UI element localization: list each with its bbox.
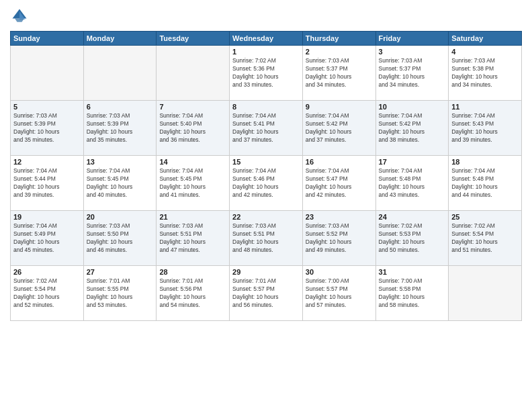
calendar-cell: 1Sunrise: 7:02 AM Sunset: 5:36 PM Daylig…: [230, 46, 303, 101]
calendar-cell: 22Sunrise: 7:03 AM Sunset: 5:51 PM Dayli…: [230, 211, 303, 266]
calendar-cell: 31Sunrise: 7:00 AM Sunset: 5:58 PM Dayli…: [375, 266, 449, 321]
day-number: 11: [451, 103, 519, 111]
weekday-header-saturday: Saturday: [449, 32, 522, 46]
day-info: Sunrise: 7:00 AM Sunset: 5:58 PM Dayligh…: [379, 277, 446, 310]
day-number: 24: [379, 213, 446, 221]
weekday-header-monday: Monday: [83, 32, 157, 46]
day-number: 17: [379, 158, 446, 166]
calendar-cell: 30Sunrise: 7:00 AM Sunset: 5:57 PM Dayli…: [302, 266, 375, 321]
weekday-header-wednesday: Wednesday: [230, 32, 303, 46]
calendar-week-row: 1Sunrise: 7:02 AM Sunset: 5:36 PM Daylig…: [11, 46, 522, 101]
day-info: Sunrise: 7:02 AM Sunset: 5:53 PM Dayligh…: [379, 222, 446, 255]
calendar-cell: 28Sunrise: 7:01 AM Sunset: 5:56 PM Dayli…: [157, 266, 230, 321]
calendar-cell: 29Sunrise: 7:01 AM Sunset: 5:57 PM Dayli…: [230, 266, 303, 321]
day-info: Sunrise: 7:04 AM Sunset: 5:49 PM Dayligh…: [13, 222, 81, 255]
page: SundayMondayTuesdayWednesdayThursdayFrid…: [0, 0, 532, 411]
calendar-table: SundayMondayTuesdayWednesdayThursdayFrid…: [10, 31, 522, 321]
calendar-cell: 9Sunrise: 7:04 AM Sunset: 5:42 PM Daylig…: [302, 101, 375, 156]
day-info: Sunrise: 7:01 AM Sunset: 5:56 PM Dayligh…: [159, 277, 226, 310]
weekday-header-row: SundayMondayTuesdayWednesdayThursdayFrid…: [11, 32, 522, 46]
calendar-cell: 6Sunrise: 7:03 AM Sunset: 5:39 PM Daylig…: [83, 101, 157, 156]
calendar-week-row: 26Sunrise: 7:02 AM Sunset: 5:54 PM Dayli…: [11, 266, 522, 321]
day-number: 4: [451, 48, 519, 56]
calendar-cell: 24Sunrise: 7:02 AM Sunset: 5:53 PM Dayli…: [375, 211, 449, 266]
logo-icon: [10, 7, 29, 26]
calendar-cell: 23Sunrise: 7:03 AM Sunset: 5:52 PM Dayli…: [302, 211, 375, 266]
calendar-cell: 13Sunrise: 7:04 AM Sunset: 5:45 PM Dayli…: [83, 156, 157, 211]
calendar-cell: 3Sunrise: 7:03 AM Sunset: 5:37 PM Daylig…: [375, 46, 449, 101]
day-number: 7: [159, 103, 226, 111]
day-info: Sunrise: 7:03 AM Sunset: 5:39 PM Dayligh…: [13, 112, 81, 144]
day-info: Sunrise: 7:03 AM Sunset: 5:52 PM Dayligh…: [306, 222, 373, 255]
calendar-cell: [83, 46, 157, 101]
calendar-cell: 26Sunrise: 7:02 AM Sunset: 5:54 PM Dayli…: [11, 266, 84, 321]
day-info: Sunrise: 7:03 AM Sunset: 5:50 PM Dayligh…: [87, 222, 154, 255]
weekday-header-sunday: Sunday: [11, 32, 84, 46]
day-number: 10: [379, 103, 446, 111]
day-number: 31: [379, 268, 446, 276]
calendar-cell: 15Sunrise: 7:04 AM Sunset: 5:46 PM Dayli…: [230, 156, 303, 211]
day-number: 21: [159, 213, 226, 221]
day-number: 9: [306, 103, 373, 111]
calendar-cell: 14Sunrise: 7:04 AM Sunset: 5:45 PM Dayli…: [157, 156, 230, 211]
day-info: Sunrise: 7:03 AM Sunset: 5:39 PM Dayligh…: [87, 112, 154, 144]
day-info: Sunrise: 7:01 AM Sunset: 5:57 PM Dayligh…: [232, 277, 300, 310]
day-info: Sunrise: 7:01 AM Sunset: 5:55 PM Dayligh…: [87, 277, 154, 310]
day-info: Sunrise: 7:00 AM Sunset: 5:57 PM Dayligh…: [306, 277, 373, 310]
calendar-cell: 17Sunrise: 7:04 AM Sunset: 5:48 PM Dayli…: [375, 156, 449, 211]
day-info: Sunrise: 7:04 AM Sunset: 5:42 PM Dayligh…: [306, 112, 373, 144]
calendar-cell: 25Sunrise: 7:02 AM Sunset: 5:54 PM Dayli…: [449, 211, 522, 266]
day-number: 18: [451, 158, 519, 166]
day-info: Sunrise: 7:04 AM Sunset: 5:45 PM Dayligh…: [159, 167, 226, 199]
day-info: Sunrise: 7:02 AM Sunset: 5:36 PM Dayligh…: [232, 57, 300, 89]
day-number: 14: [159, 158, 226, 166]
calendar-cell: [157, 46, 230, 101]
day-info: Sunrise: 7:04 AM Sunset: 5:47 PM Dayligh…: [306, 167, 373, 199]
day-number: 29: [232, 268, 300, 276]
day-number: 1: [232, 48, 300, 56]
day-info: Sunrise: 7:04 AM Sunset: 5:48 PM Dayligh…: [451, 167, 519, 199]
calendar-cell: 20Sunrise: 7:03 AM Sunset: 5:50 PM Dayli…: [83, 211, 157, 266]
calendar-cell: 19Sunrise: 7:04 AM Sunset: 5:49 PM Dayli…: [11, 211, 84, 266]
day-number: 8: [232, 103, 300, 111]
day-number: 19: [13, 213, 81, 221]
day-number: 25: [451, 213, 519, 221]
calendar-cell: 10Sunrise: 7:04 AM Sunset: 5:42 PM Dayli…: [375, 101, 449, 156]
day-info: Sunrise: 7:04 AM Sunset: 5:40 PM Dayligh…: [159, 112, 226, 144]
day-info: Sunrise: 7:03 AM Sunset: 5:51 PM Dayligh…: [232, 222, 300, 255]
calendar-cell: 8Sunrise: 7:04 AM Sunset: 5:41 PM Daylig…: [230, 101, 303, 156]
calendar-cell: 4Sunrise: 7:03 AM Sunset: 5:38 PM Daylig…: [449, 46, 522, 101]
day-number: 30: [306, 268, 373, 276]
calendar-week-row: 5Sunrise: 7:03 AM Sunset: 5:39 PM Daylig…: [11, 101, 522, 156]
day-number: 15: [232, 158, 300, 166]
day-number: 13: [87, 158, 154, 166]
day-info: Sunrise: 7:03 AM Sunset: 5:38 PM Dayligh…: [451, 57, 519, 89]
day-info: Sunrise: 7:04 AM Sunset: 5:48 PM Dayligh…: [379, 167, 446, 199]
calendar-cell: 18Sunrise: 7:04 AM Sunset: 5:48 PM Dayli…: [449, 156, 522, 211]
day-info: Sunrise: 7:02 AM Sunset: 5:54 PM Dayligh…: [451, 222, 519, 255]
calendar-cell: [11, 46, 84, 101]
calendar-week-row: 12Sunrise: 7:04 AM Sunset: 5:44 PM Dayli…: [11, 156, 522, 211]
header: [10, 7, 522, 26]
day-number: 27: [87, 268, 154, 276]
day-info: Sunrise: 7:04 AM Sunset: 5:41 PM Dayligh…: [232, 112, 300, 144]
calendar-cell: 12Sunrise: 7:04 AM Sunset: 5:44 PM Dayli…: [11, 156, 84, 211]
calendar-cell: 16Sunrise: 7:04 AM Sunset: 5:47 PM Dayli…: [302, 156, 375, 211]
calendar-cell: [449, 266, 522, 321]
day-info: Sunrise: 7:04 AM Sunset: 5:43 PM Dayligh…: [451, 112, 519, 144]
day-number: 28: [159, 268, 226, 276]
svg-marker-3: [15, 19, 24, 22]
day-info: Sunrise: 7:04 AM Sunset: 5:45 PM Dayligh…: [87, 167, 154, 199]
logo: [10, 7, 32, 26]
calendar-cell: 7Sunrise: 7:04 AM Sunset: 5:40 PM Daylig…: [157, 101, 230, 156]
calendar-week-row: 19Sunrise: 7:04 AM Sunset: 5:49 PM Dayli…: [11, 211, 522, 266]
day-number: 6: [87, 103, 154, 111]
calendar-cell: 2Sunrise: 7:03 AM Sunset: 5:37 PM Daylig…: [302, 46, 375, 101]
day-info: Sunrise: 7:03 AM Sunset: 5:37 PM Dayligh…: [379, 57, 446, 89]
calendar-cell: 11Sunrise: 7:04 AM Sunset: 5:43 PM Dayli…: [449, 101, 522, 156]
day-info: Sunrise: 7:03 AM Sunset: 5:51 PM Dayligh…: [159, 222, 226, 255]
day-number: 26: [13, 268, 81, 276]
day-info: Sunrise: 7:04 AM Sunset: 5:44 PM Dayligh…: [13, 167, 81, 199]
day-number: 23: [306, 213, 373, 221]
day-number: 12: [13, 158, 81, 166]
